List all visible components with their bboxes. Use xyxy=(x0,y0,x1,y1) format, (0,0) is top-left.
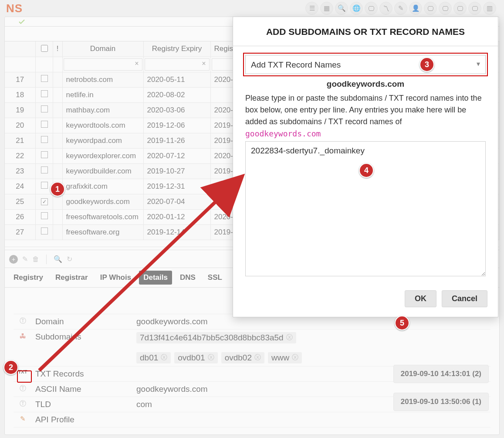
record-type-select[interactable]: Add TXT Record Names xyxy=(246,55,485,74)
annotation-box-txt xyxy=(17,370,32,383)
records-textarea[interactable]: 2022834-sdertyu7._domainkey xyxy=(245,141,486,276)
modal-subject: goodkeywords.com xyxy=(245,74,486,92)
svg-line-0 xyxy=(39,181,237,370)
callout-3: 3 xyxy=(419,57,434,72)
modal-title: ADD SUBDOMAINS OR TXT RECORD NAMES xyxy=(233,17,498,46)
callout-1: 1 xyxy=(50,182,65,197)
callout-2: 2 xyxy=(3,360,18,375)
callout-4: 4 xyxy=(359,163,374,178)
cancel-button[interactable]: Cancel xyxy=(442,290,487,307)
modal-help-text: Please type in or paste the subdomains /… xyxy=(245,92,486,141)
callout-5: 5 xyxy=(395,316,409,330)
ok-button[interactable]: OK xyxy=(405,290,436,307)
overlay: ADD SUBDOMAINS OR TXT RECORD NAMES Add T… xyxy=(0,0,504,438)
record-type-select-wrap: Add TXT Record Names xyxy=(245,55,486,74)
